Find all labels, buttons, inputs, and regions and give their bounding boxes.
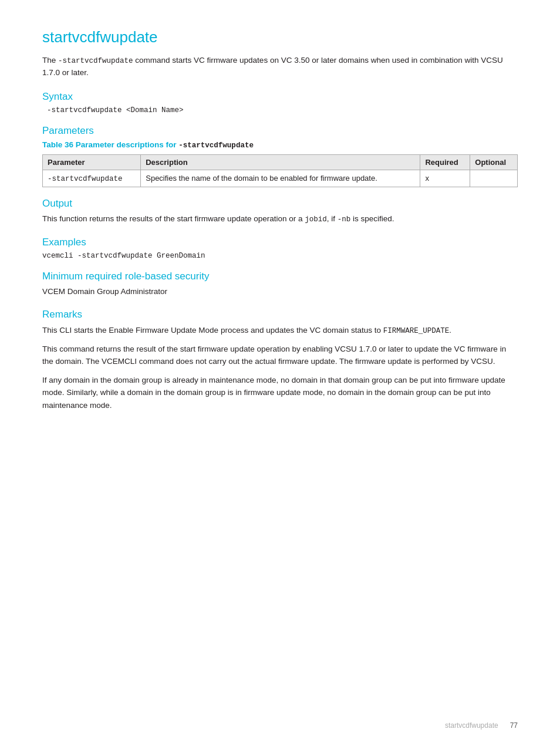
col-header-parameter: Parameter <box>43 155 141 170</box>
parameters-table: Parameter Description Required Optional … <box>42 154 518 187</box>
remarks-paragraph1: This CLI starts the Enable Firmware Upda… <box>42 324 518 337</box>
intro-paragraph: The -startvcdfwupdate command starts VC … <box>42 55 518 79</box>
examples-code: vcemcli -startvcdfwupdate GreenDomain <box>42 252 518 260</box>
footer-command-text: startvcdfwupdate <box>445 721 498 730</box>
output-section: Output This function returns the results… <box>42 198 518 225</box>
col-header-required: Required <box>420 155 470 170</box>
parameters-heading: Parameters <box>42 125 518 137</box>
min-security-section: Minimum required role-based security VCE… <box>42 271 518 298</box>
syntax-heading: Syntax <box>42 91 518 103</box>
remarks-paragraph2: This command returns the result of the s… <box>42 343 518 368</box>
remarks-p1-after: . <box>449 326 451 335</box>
output-paragraph: This function returns the results of the… <box>42 213 518 225</box>
remarks-heading: Remarks <box>42 309 518 320</box>
table-row: -startvcdfwupdateSpecifies the name of t… <box>43 170 518 187</box>
output-inline-code2: -nb <box>338 215 351 224</box>
table-caption-code: -startvcdfwupdate <box>178 141 254 150</box>
table-header-row: Parameter Description Required Optional <box>43 155 518 170</box>
page-footer: startvcdfwupdate 77 <box>445 721 518 730</box>
remarks-paragraph3: If any domain in the domain group is alr… <box>42 374 518 412</box>
output-inline-code1: jobid <box>305 215 327 224</box>
col-header-optional: Optional <box>470 155 518 170</box>
cell-description: Specifies the name of the domain to be e… <box>141 170 420 187</box>
syntax-section: Syntax -startvcdfwupdate <Domain Name> <box>42 91 518 114</box>
output-text-before1: This function returns the results of the… <box>42 214 305 223</box>
min-security-heading: Minimum required role-based security <box>42 271 518 282</box>
page-title: startvcdfwupdate <box>42 28 518 46</box>
remarks-p1-code: FIRMWARE_UPDATE <box>383 327 450 335</box>
syntax-code: -startvcdfwupdate <Domain Name> <box>47 106 518 114</box>
remarks-section: Remarks This CLI starts the Enable Firmw… <box>42 309 518 412</box>
output-heading: Output <box>42 198 518 210</box>
intro-text-before: The <box>42 56 58 65</box>
remarks-p1-before: This CLI starts the Enable Firmware Upda… <box>42 326 383 335</box>
col-header-description: Description <box>141 155 420 170</box>
cell-parameter: -startvcdfwupdate <box>43 170 141 187</box>
table-caption-label: Table 36 Parameter descriptions for <box>42 140 177 149</box>
table-caption: Table 36 Parameter descriptions for -sta… <box>42 140 518 150</box>
output-text-after2: is specified. <box>350 214 394 223</box>
min-security-text: VCEM Domain Group Administrator <box>42 286 518 298</box>
intro-inline-code: -startvcdfwupdate <box>58 57 133 65</box>
examples-heading: Examples <box>42 237 518 248</box>
parameters-section: Parameters Table 36 Parameter descriptio… <box>42 125 518 187</box>
footer-page-number: 77 <box>510 721 518 730</box>
cell-required: x <box>420 170 470 187</box>
examples-section: Examples vcemcli -startvcdfwupdate Green… <box>42 237 518 260</box>
cell-optional <box>470 170 518 187</box>
output-text-after1: , if <box>327 214 338 223</box>
